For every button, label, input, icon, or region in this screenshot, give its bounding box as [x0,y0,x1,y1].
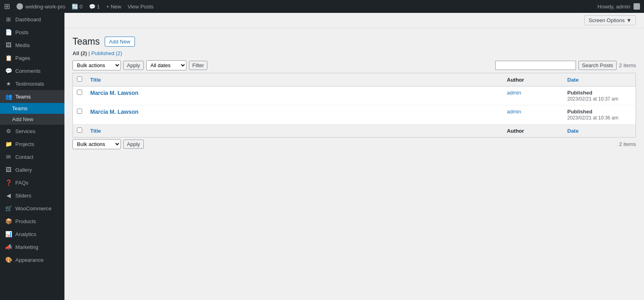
row-date-cell: Published 2023/02/21 at 10:37 am [563,86,636,105]
posts-icon: 📄 [5,29,12,35]
date-column-header: Date [563,73,636,86]
sidebar-item-contact[interactable]: ✉ Contact [0,150,64,163]
bulk-actions-select-top[interactable]: Bulk actions [72,60,121,70]
items-count-top: 2 items [619,62,636,68]
author-footer-header: Author [503,124,563,138]
apply-button-bottom[interactable]: Apply [123,140,144,149]
site-icon [17,3,23,10]
sidebar-item-label: Comments [15,68,41,74]
teams-icon: 👥 [5,93,12,100]
title-footer-header: Title [86,124,503,138]
table-footer-row: Title Author Date [73,124,636,138]
filter-all-link[interactable]: All (2) [72,50,89,56]
sidebar-item-marketing[interactable]: 📣 Marketing [0,240,64,253]
sidebar-item-label: WooCommerce [15,205,52,212]
sidebar-item-teams-all[interactable]: Teams [0,103,64,114]
dates-filter-select[interactable]: All dates [146,60,186,70]
filter-links: All (2) | Published (2) [72,50,636,56]
sidebar-item-pages[interactable]: 📋 Pages [0,51,64,64]
screen-options-arrow-icon: ▼ [626,17,632,23]
new-content-button[interactable]: + New [106,4,121,10]
sidebar-item-sliders[interactable]: ◀ Sliders [0,189,64,202]
sidebar-item-label: Products [15,218,36,224]
site-name[interactable]: welding-work-pro [17,3,65,10]
filter-published-link[interactable]: Published (2) [91,50,122,56]
sidebar-item-projects[interactable]: 📁 Projects [0,138,64,150]
sidebar-item-label: Dashboard [15,16,41,23]
post-title-link[interactable]: Marcia M. Lawson [90,90,139,96]
sidebar-item-services[interactable]: ⚙ Services [0,125,64,138]
sidebar-item-label: Sliders [15,193,31,199]
tablenav-top: Bulk actions Apply All dates Filter Sear… [72,60,636,70]
sidebar-item-media[interactable]: 🖼 Media [0,39,64,51]
select-all-footer-checkbox[interactable] [77,127,82,133]
sidebar-item-teams[interactable]: 👥 Teams [0,90,64,103]
sidebar-item-dashboard[interactable]: ⊞ Dashboard [0,13,64,26]
site-name-label: welding-work-pro [25,4,65,10]
sidebar-item-comments[interactable]: 💬 Comments [0,64,64,77]
sidebar-item-label: Gallery [15,167,32,173]
date-sort-link[interactable]: Date [567,77,579,83]
search-posts-input[interactable] [495,61,576,70]
row-checkbox[interactable] [77,109,82,114]
title-sort-link[interactable]: Title [90,77,101,83]
sidebar-item-woocommerce[interactable]: 🛒 WooCommerce [0,202,64,215]
sidebar-item-appearance[interactable]: 🎨 Appearance [0,253,64,266]
date-value: 2023/02/21 at 10:37 am [567,96,619,102]
row-title-cell: Marcia M. Lawson [86,86,503,105]
sidebar-item-label: Analytics [15,231,36,237]
sidebar-item-faqs[interactable]: ❓ FAQs [0,176,64,189]
row-title-cell: Marcia M. Lawson [86,105,503,124]
author-link[interactable]: admin [507,90,521,96]
sidebar-item-gallery[interactable]: 🖼 Gallery [0,163,64,176]
author-link[interactable]: admin [507,109,521,115]
add-new-button[interactable]: Add New [105,37,135,47]
date-status: Published [567,90,592,96]
main-content: Screen Options ▼ Teams Add New All (2) |… [64,13,644,300]
select-all-footer [73,124,87,138]
products-icon: 📦 [5,218,12,224]
table-body: Marcia M. Lawson admin Published 2023/02… [73,86,636,124]
analytics-icon: 📊 [5,231,12,237]
services-icon: ⚙ [5,128,12,134]
sidebar-item-posts[interactable]: 📄 Posts [0,26,64,39]
sidebar-submenu-label: Teams [12,105,27,111]
dashboard-icon: ⊞ [5,16,12,23]
apply-button-top[interactable]: Apply [123,61,144,70]
pages-icon: 📋 [5,55,12,61]
bulk-actions-select-bottom[interactable]: Bulk actions [72,139,121,149]
screen-options-button[interactable]: Screen Options ▼ [584,15,636,25]
sidebar-item-label: Marketing [15,244,38,250]
date-footer-sort-link[interactable]: Date [567,128,579,134]
filter-button[interactable]: Filter [189,61,208,70]
sidebar-item-testimonials[interactable]: ★ Testimonials [0,77,64,90]
tablenav-right-bottom: 2 items [619,141,636,147]
row-checkbox[interactable] [77,90,82,95]
sidebar-item-analytics[interactable]: 📊 Analytics [0,228,64,240]
admin-avatar [634,3,640,10]
tablenav-right-top: Search Posts 2 items [495,61,636,70]
sidebar-item-teams-add-new[interactable]: Add New [0,114,64,125]
date-footer-header: Date [563,124,636,138]
tablenav-bottom: Bulk actions Apply 2 items [72,139,636,149]
sidebar-item-products[interactable]: 📦 Products [0,215,64,228]
screen-options-label: Screen Options [589,17,625,23]
gallery-icon: 🖼 [5,166,12,173]
updates-icon[interactable]: 🔄 0 [72,4,83,10]
screen-options-bar: Screen Options ▼ [64,13,644,28]
title-footer-sort-link[interactable]: Title [90,128,101,134]
comments-icon[interactable]: 💬 1 [89,4,100,10]
row-author-cell: admin [503,105,563,124]
date-value: 2023/02/21 at 10:36 am [567,115,619,121]
admin-bar: ⊞ welding-work-pro 🔄 0 💬 1 + New View Po… [0,0,644,13]
sidebar-item-label: FAQs [15,180,29,186]
wp-logo-icon[interactable]: ⊞ [4,2,10,11]
page-title: Teams [72,36,100,47]
search-posts-button[interactable]: Search Posts [578,61,617,70]
post-title-link[interactable]: Marcia M. Lawson [90,109,139,115]
howdy-label: Howdy, admin [598,4,630,10]
select-all-checkbox[interactable] [77,76,82,82]
admin-user-menu[interactable]: Howdy, admin [598,3,640,10]
appearance-icon: 🎨 [5,257,12,263]
view-posts-link[interactable]: View Posts [128,4,153,10]
